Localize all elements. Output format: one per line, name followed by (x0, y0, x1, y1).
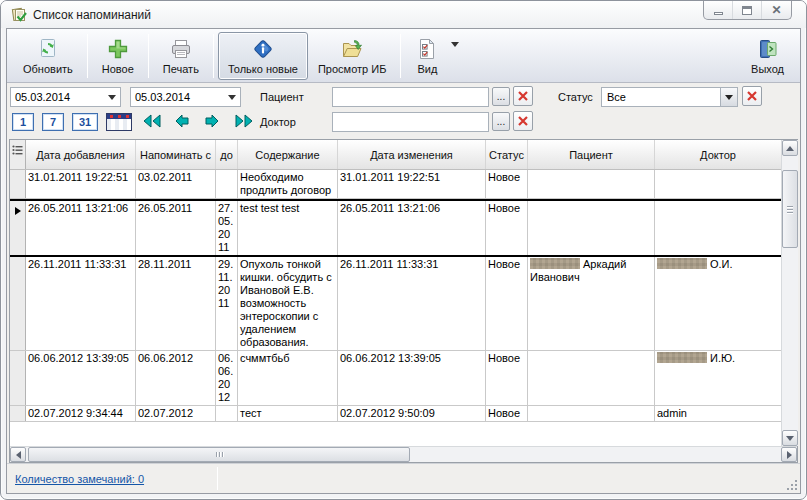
exit-button[interactable]: Выход (741, 32, 794, 80)
cell-date-changed[interactable]: 26.05.2011 13:21:06 (338, 201, 486, 255)
only-new-toggle[interactable]: Только новые (218, 32, 308, 80)
vertical-scroll-thumb[interactable] (782, 170, 798, 248)
cell-date-added[interactable]: 02.07.2012 9:34:44 (26, 406, 136, 421)
titlebar[interactable]: Список напоминаний ✕ (1, 1, 806, 28)
cell-status[interactable]: Новое (486, 257, 528, 350)
cell-date-added[interactable]: 31.01.2011 19:22:51 (26, 170, 136, 198)
column-header-date-changed[interactable]: Дата изменения (338, 140, 486, 169)
column-header-patient[interactable]: Пациент (528, 140, 655, 169)
cell-patient[interactable] (528, 170, 655, 198)
row-selector-cell[interactable] (10, 201, 26, 255)
new-button[interactable]: Новое (92, 32, 144, 80)
doctor-input[interactable] (332, 112, 489, 132)
cell-remind-to[interactable] (216, 170, 238, 198)
doctor-clear-button[interactable] (513, 111, 533, 131)
cell-content[interactable]: test test test (238, 201, 338, 255)
cell-date-added[interactable]: 06.06.2012 13:39:05 (26, 351, 136, 405)
horizontal-scrollbar[interactable] (10, 446, 797, 462)
vertical-scrollbar[interactable] (781, 140, 798, 446)
cell-doctor[interactable] (655, 201, 781, 255)
scroll-left-button[interactable] (10, 447, 26, 462)
cell-patient[interactable] (528, 351, 655, 405)
cell-patient[interactable] (528, 201, 655, 255)
column-header-date-added[interactable]: Дата добавления (26, 140, 136, 169)
cell-remind-to[interactable]: 29.11.2011 (216, 257, 238, 350)
horizontal-scroll-thumb[interactable] (28, 447, 410, 462)
cell-status[interactable]: Новое (486, 201, 528, 255)
cell-content[interactable]: Опухоль тонкой кишки. обсудить с Иваново… (238, 257, 338, 350)
print-button[interactable]: Печать (153, 32, 209, 80)
resize-grip-icon[interactable] (787, 480, 797, 490)
cell-remind-from[interactable]: 26.05.2011 (136, 201, 216, 255)
column-header-doctor[interactable]: Доктор (655, 140, 781, 169)
table-row[interactable]: 02.07.2012 9:34:44 02.07.2012 тест 02.07… (10, 406, 781, 422)
cell-date-added[interactable]: 26.05.2011 13:21:06 (26, 201, 136, 255)
cell-content[interactable]: счммтбьб (238, 351, 338, 405)
cell-remind-from[interactable]: 02.07.2012 (136, 406, 216, 421)
row-selector-cell[interactable] (10, 406, 26, 421)
horizontal-scroll-track[interactable] (26, 447, 781, 462)
cell-date-changed[interactable]: 02.07.2012 9:50:09 (338, 406, 486, 421)
patient-browse-button[interactable]: ... (492, 87, 510, 106)
patient-clear-button[interactable] (513, 86, 533, 106)
cell-date-changed[interactable]: 06.06.2012 13:39:05 (338, 351, 486, 405)
cell-status[interactable]: Новое (486, 406, 528, 421)
cell-remind-to[interactable]: 06.06.2012 (216, 351, 238, 405)
cell-date-added[interactable]: 26.11.2011 11:33:31 (26, 257, 136, 350)
scroll-up-button[interactable] (782, 140, 798, 156)
table-row[interactable]: 26.05.2011 13:21:06 26.05.2011 27.05.201… (10, 199, 781, 257)
cell-doctor[interactable]: admin (655, 406, 781, 421)
refresh-button[interactable]: Обновить (13, 32, 83, 80)
grid-properties-header[interactable] (10, 140, 26, 169)
cell-remind-to[interactable] (216, 406, 238, 421)
column-header-status[interactable]: Статус (486, 140, 528, 169)
nav-last-button[interactable] (233, 113, 255, 131)
cell-status[interactable]: Новое (486, 351, 528, 405)
cell-status[interactable]: Новое (486, 170, 528, 198)
table-row[interactable]: 06.06.2012 13:39:05 06.06.2012 06.06.201… (10, 351, 781, 406)
view-dropdown-arrow-icon[interactable] (451, 42, 459, 47)
status-clear-button[interactable] (742, 86, 762, 106)
nav-prev-button[interactable] (173, 113, 191, 131)
row-selector-cell[interactable] (10, 257, 26, 350)
cell-content[interactable]: Необходимо продлить договор (238, 170, 338, 198)
view-button[interactable]: Вид (405, 32, 449, 80)
range-week-button[interactable]: 7 (42, 113, 64, 131)
vertical-scroll-track[interactable] (782, 156, 798, 430)
range-day-button[interactable]: 1 (12, 113, 34, 131)
cell-patient[interactable] (528, 406, 655, 421)
status-combobox[interactable]: Все (601, 87, 738, 107)
doctor-browse-button[interactable]: ... (492, 112, 510, 131)
cell-content[interactable]: тест (238, 406, 338, 421)
maximize-button[interactable] (733, 1, 762, 19)
calendar-picker-button[interactable] (106, 113, 132, 131)
column-header-remind-from[interactable]: Напоминать с (136, 140, 216, 169)
table-row[interactable]: 26.11.2011 11:33:31 28.11.2011 29.11.201… (10, 257, 781, 351)
nav-next-button[interactable] (203, 113, 221, 131)
cell-patient[interactable]: Аркадий Иванович (528, 257, 655, 350)
cell-doctor[interactable]: О.И. (655, 257, 781, 350)
cell-remind-to[interactable]: 27.05.2011 (216, 201, 238, 255)
nav-first-button[interactable] (141, 113, 163, 131)
cell-remind-from[interactable]: 28.11.2011 (136, 257, 216, 350)
table-row[interactable]: 31.01.2011 19:22:51 03.02.2011 Необходим… (10, 170, 781, 199)
close-button[interactable]: ✕ (762, 1, 791, 19)
date-to-combobox[interactable]: 05.03.2014 (130, 87, 241, 107)
cell-doctor[interactable]: И.Ю. (655, 351, 781, 405)
range-month-button[interactable]: 31 (72, 113, 98, 131)
cell-doctor[interactable] (655, 170, 781, 198)
view-db-button[interactable]: Просмотр ИБ (308, 32, 396, 80)
date-from-combobox[interactable]: 05.03.2014 (10, 87, 121, 107)
remarks-count-link[interactable]: Количество замечаний: 0 (15, 473, 144, 485)
cell-date-changed[interactable]: 26.11.2011 11:33:31 (338, 257, 486, 350)
column-header-content[interactable]: Содержание (238, 140, 338, 169)
column-header-remind-to[interactable]: до (216, 140, 238, 169)
row-selector-cell[interactable] (10, 351, 26, 405)
combo-dropdown-button[interactable] (720, 88, 737, 106)
minimize-button[interactable] (704, 1, 733, 19)
cell-date-changed[interactable]: 31.01.2011 19:22:51 (338, 170, 486, 198)
row-selector-cell[interactable] (10, 170, 26, 198)
cell-remind-from[interactable]: 06.06.2012 (136, 351, 216, 405)
patient-input[interactable] (332, 87, 489, 107)
scroll-right-button[interactable] (781, 447, 797, 462)
